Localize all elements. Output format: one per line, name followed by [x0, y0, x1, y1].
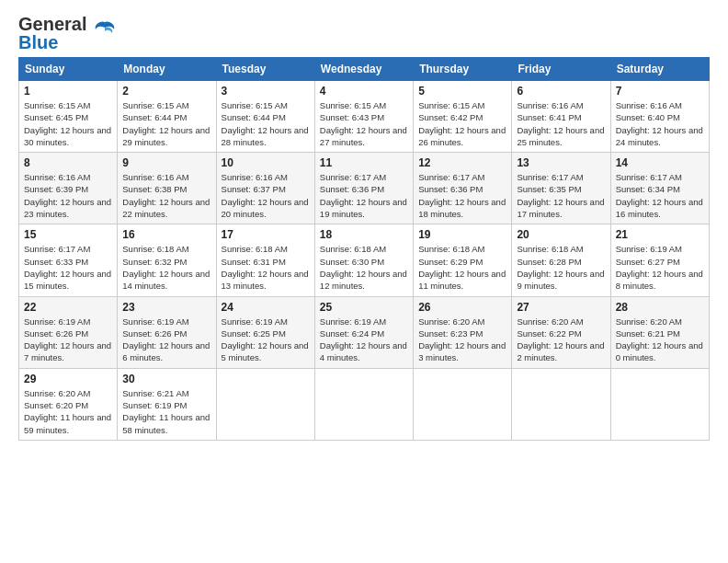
- daylight-text: Daylight: 12 hours and 3 minutes.: [418, 340, 506, 362]
- sunrise-text: Sunrise: 6:15 AM: [222, 100, 288, 110]
- day-number: 20: [517, 228, 605, 241]
- daylight-text: Daylight: 12 hours and 16 minutes.: [616, 197, 703, 219]
- day-number: 2: [122, 85, 210, 98]
- sunset-text: Sunset: 6:26 PM: [122, 328, 187, 339]
- day-info: Sunrise: 6:18 AMSunset: 6:28 PMDaylight:…: [517, 243, 605, 292]
- calendar-cell: 16Sunrise: 6:18 AMSunset: 6:32 PMDayligh…: [118, 224, 216, 296]
- calendar-cell: 6Sunrise: 6:16 AMSunset: 6:41 PMDaylight…: [512, 81, 610, 153]
- day-number: 12: [418, 156, 506, 169]
- day-number: 23: [122, 301, 210, 314]
- sunrise-text: Sunrise: 6:15 AM: [24, 100, 90, 110]
- day-number: 22: [24, 301, 112, 314]
- day-number: 17: [222, 228, 310, 241]
- day-info: Sunrise: 6:15 AMSunset: 6:44 PMDaylight:…: [122, 99, 210, 148]
- daylight-text: Daylight: 12 hours and 17 minutes.: [517, 197, 604, 219]
- day-header-monday: Monday: [118, 58, 216, 81]
- day-info: Sunrise: 6:19 AMSunset: 6:24 PMDaylight:…: [320, 316, 408, 364]
- daylight-text: Daylight: 12 hours and 19 minutes.: [320, 197, 407, 219]
- day-info: Sunrise: 6:20 AMSunset: 6:23 PMDaylight:…: [418, 316, 506, 364]
- daylight-text: Daylight: 12 hours and 23 minutes.: [24, 197, 111, 219]
- calendar-cell: 28Sunrise: 6:20 AMSunset: 6:21 PMDayligh…: [610, 296, 709, 368]
- calendar-cell: 20Sunrise: 6:18 AMSunset: 6:28 PMDayligh…: [512, 224, 610, 296]
- day-info: Sunrise: 6:21 AMSunset: 6:19 PMDaylight:…: [122, 387, 210, 436]
- day-info: Sunrise: 6:16 AMSunset: 6:40 PMDaylight:…: [616, 99, 704, 148]
- daylight-text: Daylight: 12 hours and 2 minutes.: [517, 340, 604, 362]
- calendar-cell: 5Sunrise: 6:15 AMSunset: 6:42 PMDaylight…: [414, 81, 512, 153]
- sunrise-text: Sunrise: 6:19 AM: [24, 316, 90, 327]
- day-number: 26: [418, 301, 506, 314]
- day-info: Sunrise: 6:18 AMSunset: 6:29 PMDaylight:…: [418, 243, 506, 292]
- sunset-text: Sunset: 6:23 PM: [418, 328, 483, 339]
- sunrise-text: Sunrise: 6:16 AM: [616, 100, 682, 110]
- daylight-text: Daylight: 11 hours and 59 minutes.: [24, 412, 111, 434]
- calendar-week-row: 1Sunrise: 6:15 AMSunset: 6:45 PMDaylight…: [19, 81, 710, 153]
- day-info: Sunrise: 6:15 AMSunset: 6:45 PMDaylight:…: [24, 99, 112, 148]
- calendar-cell: 7Sunrise: 6:16 AMSunset: 6:40 PMDaylight…: [610, 81, 709, 153]
- calendar-table: SundayMondayTuesdayWednesdayThursdayFrid…: [18, 57, 710, 441]
- calendar-cell: 19Sunrise: 6:18 AMSunset: 6:29 PMDayligh…: [414, 224, 512, 296]
- calendar-cell: [610, 368, 709, 440]
- sunset-text: Sunset: 6:19 PM: [122, 400, 187, 410]
- day-number: 28: [616, 301, 704, 314]
- sunset-text: Sunset: 6:22 PM: [517, 328, 581, 339]
- calendar-cell: 15Sunrise: 6:17 AMSunset: 6:33 PMDayligh…: [19, 224, 118, 296]
- day-header-saturday: Saturday: [610, 58, 709, 81]
- sunrise-text: Sunrise: 6:18 AM: [517, 244, 583, 254]
- calendar-week-row: 8Sunrise: 6:16 AMSunset: 6:39 PMDaylight…: [19, 153, 710, 224]
- daylight-text: Daylight: 12 hours and 7 minutes.: [24, 340, 111, 362]
- day-info: Sunrise: 6:19 AMSunset: 6:26 PMDaylight:…: [24, 316, 112, 364]
- sunset-text: Sunset: 6:31 PM: [222, 257, 286, 267]
- sunset-text: Sunset: 6:45 PM: [24, 112, 88, 122]
- daylight-text: Daylight: 12 hours and 9 minutes.: [517, 269, 604, 291]
- sunset-text: Sunset: 6:44 PM: [122, 112, 187, 122]
- daylight-text: Daylight: 12 hours and 0 minutes.: [616, 340, 703, 362]
- sunset-text: Sunset: 6:26 PM: [24, 328, 88, 339]
- logo-blue: Blue: [18, 33, 86, 52]
- day-number: 7: [616, 85, 704, 98]
- daylight-text: Daylight: 12 hours and 13 minutes.: [222, 269, 309, 291]
- day-info: Sunrise: 6:20 AMSunset: 6:21 PMDaylight:…: [616, 316, 704, 364]
- day-info: Sunrise: 6:17 AMSunset: 6:36 PMDaylight:…: [418, 171, 506, 220]
- sunset-text: Sunset: 6:33 PM: [24, 257, 88, 267]
- day-number: 1: [24, 85, 112, 98]
- daylight-text: Daylight: 12 hours and 12 minutes.: [320, 269, 407, 291]
- logo-bird-icon: [92, 18, 118, 44]
- calendar-cell: 24Sunrise: 6:19 AMSunset: 6:25 PMDayligh…: [216, 296, 314, 368]
- day-info: Sunrise: 6:18 AMSunset: 6:31 PMDaylight:…: [222, 243, 310, 292]
- day-number: 25: [320, 301, 408, 314]
- calendar-cell: 12Sunrise: 6:17 AMSunset: 6:36 PMDayligh…: [414, 153, 512, 224]
- sunrise-text: Sunrise: 6:20 AM: [616, 316, 682, 327]
- calendar-cell: 11Sunrise: 6:17 AMSunset: 6:36 PMDayligh…: [314, 153, 413, 224]
- day-info: Sunrise: 6:15 AMSunset: 6:44 PMDaylight:…: [222, 99, 310, 148]
- day-info: Sunrise: 6:19 AMSunset: 6:26 PMDaylight:…: [122, 316, 210, 364]
- calendar-cell: 27Sunrise: 6:20 AMSunset: 6:22 PMDayligh…: [512, 296, 610, 368]
- sunrise-text: Sunrise: 6:17 AM: [616, 172, 682, 182]
- calendar-cell: 30Sunrise: 6:21 AMSunset: 6:19 PMDayligh…: [118, 368, 216, 440]
- sunrise-text: Sunrise: 6:17 AM: [320, 172, 386, 182]
- day-info: Sunrise: 6:20 AMSunset: 6:20 PMDaylight:…: [24, 387, 112, 436]
- logo: General Blue: [18, 15, 118, 52]
- daylight-text: Daylight: 12 hours and 15 minutes.: [24, 269, 111, 291]
- sunrise-text: Sunrise: 6:18 AM: [122, 244, 188, 254]
- day-number: 18: [320, 228, 408, 241]
- calendar-cell: [414, 368, 512, 440]
- calendar-week-row: 15Sunrise: 6:17 AMSunset: 6:33 PMDayligh…: [19, 224, 710, 296]
- sunset-text: Sunset: 6:21 PM: [616, 328, 680, 339]
- daylight-text: Daylight: 12 hours and 24 minutes.: [616, 125, 703, 147]
- calendar-week-row: 22Sunrise: 6:19 AMSunset: 6:26 PMDayligh…: [19, 296, 710, 368]
- daylight-text: Daylight: 12 hours and 14 minutes.: [122, 269, 210, 291]
- sunrise-text: Sunrise: 6:16 AM: [24, 172, 90, 182]
- day-header-tuesday: Tuesday: [216, 58, 314, 81]
- sunset-text: Sunset: 6:24 PM: [320, 328, 384, 339]
- sunrise-text: Sunrise: 6:20 AM: [517, 316, 583, 327]
- page: General Blue SundayMondayTuesdayWednesda…: [0, 0, 728, 563]
- sunrise-text: Sunrise: 6:18 AM: [222, 244, 288, 254]
- day-number: 27: [517, 301, 605, 314]
- day-info: Sunrise: 6:17 AMSunset: 6:35 PMDaylight:…: [517, 171, 605, 220]
- day-info: Sunrise: 6:18 AMSunset: 6:30 PMDaylight:…: [320, 243, 408, 292]
- logo-general: General: [18, 15, 86, 33]
- day-header-thursday: Thursday: [414, 58, 512, 81]
- calendar-cell: 4Sunrise: 6:15 AMSunset: 6:43 PMDaylight…: [314, 81, 413, 153]
- sunset-text: Sunset: 6:27 PM: [616, 257, 680, 267]
- day-info: Sunrise: 6:17 AMSunset: 6:34 PMDaylight:…: [616, 171, 704, 220]
